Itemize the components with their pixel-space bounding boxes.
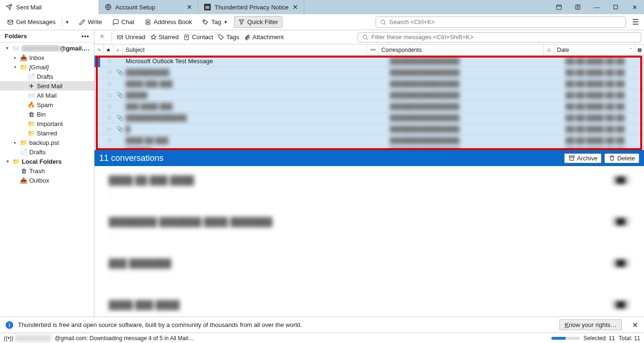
folder--gmail-[interactable]: ▾📁[Gmail] bbox=[0, 62, 94, 72]
close-window-button[interactable]: ✕ bbox=[625, 4, 644, 11]
message-row[interactable]: ☆📎████████████████████████/██/████ ██:██ bbox=[94, 146, 644, 150]
message-row[interactable]: ☆████ ██ █████████████████████/██/████ █… bbox=[94, 135, 644, 146]
folder-important[interactable]: 📁Important bbox=[0, 119, 94, 128]
preview-message[interactable]: ████████ ███████ ████ █████████– bbox=[109, 217, 630, 240]
col-subject[interactable]: Subject bbox=[123, 44, 367, 55]
filter-input[interactable] bbox=[371, 33, 637, 41]
twisty-icon[interactable]: ▾ bbox=[5, 46, 10, 50]
col-date[interactable]: Date˄ bbox=[554, 44, 635, 55]
folder-label: Inbox bbox=[29, 54, 44, 61]
archive-button[interactable]: Archive bbox=[564, 153, 601, 163]
preview-message[interactable]: ███ █████████– bbox=[109, 259, 630, 281]
quick-filter-button[interactable]: Quick Filter bbox=[234, 16, 283, 28]
tasks-icon[interactable] bbox=[568, 4, 587, 10]
attachment-icon bbox=[244, 34, 251, 41]
folder-all-mail[interactable]: 📨All Mail bbox=[0, 91, 94, 100]
qf-tags[interactable]: Tags bbox=[218, 33, 239, 41]
folder-icon: 📁 bbox=[20, 64, 27, 71]
folder-drafts[interactable]: 📄Drafts bbox=[0, 147, 94, 157]
glasses-icon: 👓 bbox=[370, 47, 376, 52]
qf-attachment[interactable]: Attachment bbox=[244, 33, 284, 41]
col-star[interactable]: ★ bbox=[104, 44, 113, 55]
close-notification-button[interactable]: ✕ bbox=[632, 321, 638, 329]
col-correspondents[interactable]: Correspondents bbox=[378, 44, 544, 55]
message-row[interactable]: ☆📎████████████████████████████/██/████ █… bbox=[94, 67, 644, 78]
folder-label: Important bbox=[37, 120, 63, 127]
message-row[interactable]: ☆Microsoft Outlook Test Message█████████… bbox=[94, 56, 644, 67]
folder-inbox[interactable]: ▸📥Inbox bbox=[0, 53, 94, 62]
col-picker[interactable]: ▦ bbox=[635, 44, 644, 55]
folder-label: Trash bbox=[29, 167, 45, 175]
twisty-icon[interactable]: ▸ bbox=[12, 55, 18, 60]
app-menu-button[interactable]: ☰ bbox=[630, 17, 641, 26]
column-headers: ⤷ ★ Subject 👓 Correspondents ♨ Date˄ ▦ bbox=[94, 44, 644, 56]
folder-backup-pst[interactable]: ▸📁backup.pst bbox=[0, 138, 94, 147]
folder-label: Drafts bbox=[29, 149, 46, 156]
col-thread[interactable]: ⤷ bbox=[94, 44, 104, 55]
qf-starred[interactable]: Starred bbox=[150, 33, 179, 41]
preview-message[interactable]: ████ ███ ██████– bbox=[109, 300, 630, 317]
tab-privacy-notice[interactable]: m Thunderbird Privacy Notice ✕ bbox=[198, 0, 304, 14]
message-list[interactable]: ☆Microsoft Outlook Test Message█████████… bbox=[94, 56, 644, 150]
address-book-button[interactable]: Address Book bbox=[140, 16, 196, 28]
message-filter[interactable] bbox=[358, 32, 641, 42]
send-icon bbox=[6, 4, 12, 10]
svg-rect-1 bbox=[557, 5, 562, 9]
twisty-icon[interactable]: ▾ bbox=[12, 65, 18, 69]
minimize-button[interactable]: — bbox=[587, 4, 606, 11]
tab-label: Account Setup bbox=[115, 4, 155, 11]
folder--[interactable]: ▾📨████████@gmail.com bbox=[0, 43, 94, 53]
message-row[interactable]: ☆📎████████████████████████████████/██/██… bbox=[94, 112, 644, 124]
preview-message[interactable]: ████ ██ ███ ██████– bbox=[109, 176, 630, 198]
message-row[interactable]: ☆███ ████ █████████████████████/██/████ … bbox=[94, 101, 644, 112]
close-icon[interactable]: ✕ bbox=[187, 3, 192, 11]
notification-bar: i Thunderbird is free and open source so… bbox=[0, 317, 644, 333]
global-search[interactable] bbox=[376, 17, 626, 28]
folder-trash[interactable]: 🗑Trash bbox=[0, 166, 94, 176]
folder-icon: 🗑 bbox=[27, 111, 35, 118]
calendar-icon[interactable] bbox=[550, 4, 568, 10]
col-read[interactable]: 👓 bbox=[367, 44, 378, 55]
address-book-icon bbox=[145, 19, 151, 25]
get-messages-dropdown[interactable]: ▼ bbox=[62, 17, 73, 27]
folder-starred[interactable]: 📁Starred bbox=[0, 128, 94, 138]
write-button[interactable]: Write bbox=[75, 16, 106, 28]
qf-unread[interactable]: Unread bbox=[117, 33, 146, 41]
tab-sent-mail[interactable]: Sent Mail bbox=[0, 0, 99, 14]
folder-outbox[interactable]: 📤Outbox bbox=[0, 176, 94, 185]
search-icon bbox=[380, 19, 386, 25]
twisty-icon[interactable]: ▸ bbox=[12, 140, 18, 145]
svg-point-7 bbox=[204, 21, 205, 21]
col-attach[interactable] bbox=[113, 44, 123, 55]
message-row[interactable]: ☆████ ███ █████████████████████/██/████ … bbox=[94, 78, 644, 90]
message-row[interactable]: ☆📎███████████████████████/██/████ ██:██ bbox=[94, 90, 644, 101]
folder-icon: 🗑 bbox=[20, 167, 27, 175]
get-messages-button[interactable]: Get Messages bbox=[3, 16, 60, 28]
folders-more-button[interactable]: ••• bbox=[81, 33, 89, 40]
folder-local-folders[interactable]: ▾📁Local Folders bbox=[0, 157, 94, 166]
folder-tree: ▾📨████████@gmail.com▸📥Inbox▾📁[Gmail]📄Dra… bbox=[0, 42, 94, 317]
qf-contact[interactable]: Contact bbox=[183, 33, 213, 41]
star-icon bbox=[150, 34, 157, 41]
delete-button[interactable]: Delete bbox=[604, 153, 639, 163]
twisty-icon[interactable]: ▾ bbox=[5, 159, 10, 164]
tab-account-setup[interactable]: Account Setup ✕ bbox=[99, 0, 198, 14]
tag-button[interactable]: Tag ▼ bbox=[198, 16, 232, 28]
close-icon[interactable]: ✕ bbox=[292, 3, 298, 11]
notification-text: Thunderbird is free and open source soft… bbox=[18, 321, 302, 328]
message-row[interactable]: ☆📎███████████████████/██/████ ██:██ bbox=[94, 124, 644, 135]
download-icon bbox=[7, 19, 14, 25]
know-your-rights-button[interactable]: Know your rights… bbox=[559, 319, 622, 330]
preview-pane[interactable]: ████ ██ ███ ██████–████████ ███████ ████… bbox=[94, 166, 644, 317]
svg-point-11 bbox=[186, 36, 187, 37]
maximize-button[interactable] bbox=[606, 4, 625, 10]
search-input[interactable] bbox=[389, 18, 622, 25]
folder-label: Bin bbox=[37, 111, 46, 118]
chat-button[interactable]: Chat bbox=[108, 16, 138, 28]
pin-icon[interactable] bbox=[97, 33, 107, 41]
col-spam[interactable]: ♨ bbox=[544, 44, 554, 55]
folder-drafts[interactable]: 📄Drafts bbox=[0, 72, 94, 81]
folder-bin[interactable]: 🗑Bin bbox=[0, 109, 94, 119]
folder-sent-mail[interactable]: ✈Sent Mail bbox=[0, 81, 94, 91]
folder-spam[interactable]: 🔥Spam bbox=[0, 100, 94, 109]
